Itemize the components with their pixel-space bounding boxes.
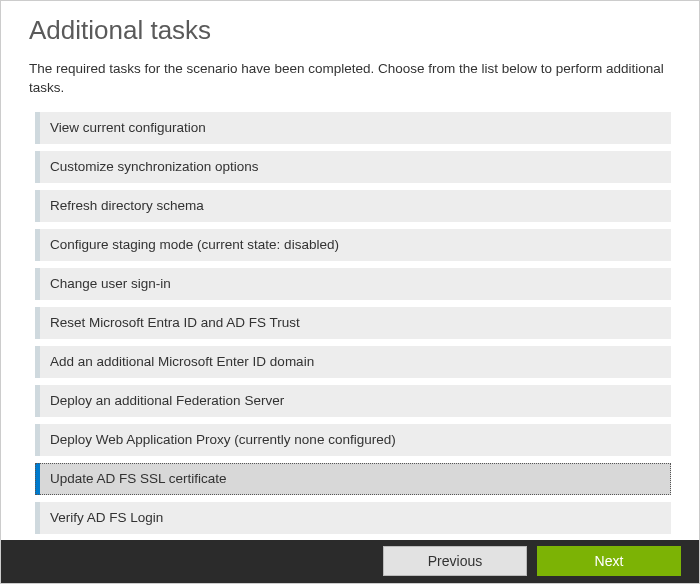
task-item[interactable]: Add an additional Microsoft Enter ID dom…: [35, 346, 671, 378]
task-item[interactable]: Update AD FS SSL certificate: [35, 463, 671, 495]
task-label: Deploy Web Application Proxy (currently …: [50, 432, 396, 447]
page-title: Additional tasks: [29, 15, 671, 46]
task-item[interactable]: Deploy Web Application Proxy (currently …: [35, 424, 671, 456]
content-area: Additional tasks The required tasks for …: [1, 1, 699, 540]
task-label: View current configuration: [50, 120, 206, 135]
task-item[interactable]: Configure staging mode (current state: d…: [35, 229, 671, 261]
task-list: View current configurationCustomize sync…: [29, 112, 671, 534]
task-item[interactable]: Change user sign-in: [35, 268, 671, 300]
task-label: Configure staging mode (current state: d…: [50, 237, 339, 252]
task-item[interactable]: Refresh directory schema: [35, 190, 671, 222]
task-item[interactable]: Customize synchronization options: [35, 151, 671, 183]
task-label: Add an additional Microsoft Enter ID dom…: [50, 354, 314, 369]
task-label: Deploy an additional Federation Server: [50, 393, 284, 408]
task-label: Customize synchronization options: [50, 159, 259, 174]
task-label: Verify AD FS Login: [50, 510, 163, 525]
task-item[interactable]: View current configuration: [35, 112, 671, 144]
task-label: Refresh directory schema: [50, 198, 204, 213]
previous-button[interactable]: Previous: [383, 546, 527, 576]
task-label: Change user sign-in: [50, 276, 171, 291]
page-description: The required tasks for the scenario have…: [29, 60, 671, 98]
task-item[interactable]: Verify AD FS Login: [35, 502, 671, 534]
footer-bar: Previous Next: [1, 540, 699, 583]
task-label: Update AD FS SSL certificate: [50, 471, 227, 486]
task-label: Reset Microsoft Entra ID and AD FS Trust: [50, 315, 300, 330]
task-item[interactable]: Deploy an additional Federation Server: [35, 385, 671, 417]
task-item[interactable]: Reset Microsoft Entra ID and AD FS Trust: [35, 307, 671, 339]
next-button[interactable]: Next: [537, 546, 681, 576]
